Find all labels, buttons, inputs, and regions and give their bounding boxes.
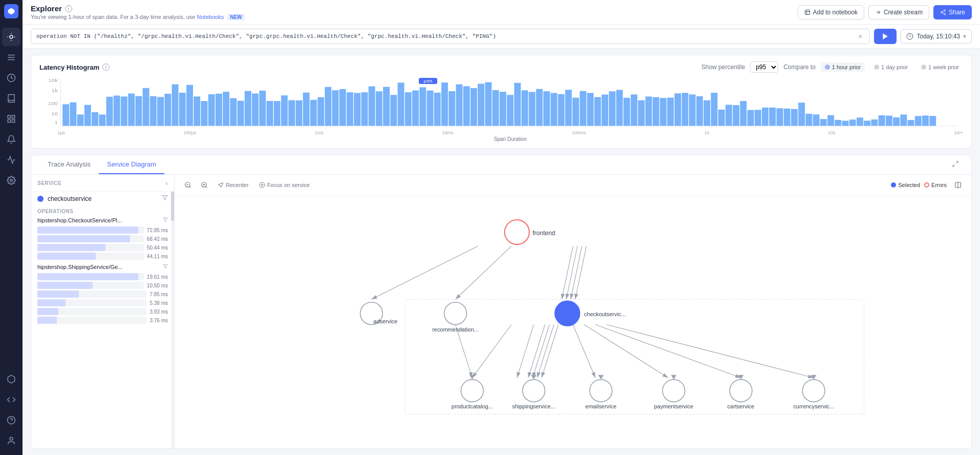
op2-bar-row-1: 19.61 ms [37,273,168,280]
sidebar-item-code[interactable] [2,390,20,409]
svg-rect-140 [864,121,870,126]
clock-icon [906,33,913,40]
expand-button[interactable] [948,156,963,173]
op1-bar-row-1: 72.85 ms [37,226,168,234]
query-clear-button[interactable]: × [856,32,864,40]
notebooks-link[interactable]: Notebooks [197,14,224,20]
split-view-button[interactable] [951,178,965,192]
recenter-button[interactable]: Recenter [214,180,253,190]
show-percentile-label: Show percentile [701,64,745,71]
focus-on-service-button[interactable]: Focus on service [255,180,314,190]
compare-1day-button[interactable]: 1 day prior [870,63,912,72]
svg-line-157 [189,187,191,188]
svg-rect-47 [186,85,193,126]
svg-text:recommendation...: recommendation... [432,326,478,333]
svg-rect-119 [711,93,717,126]
svg-rect-95 [536,89,543,126]
time-selector-chevron: ▾ [963,33,966,40]
svg-rect-131 [798,102,805,126]
sidebar-item-settings[interactable] [2,171,20,190]
op1-filter-button[interactable] [163,217,168,223]
compare-1hour-button[interactable]: 1 hour prior [821,63,865,72]
sidebar-item-book[interactable] [2,89,20,108]
sidebar-item-clock[interactable] [2,69,20,87]
svg-text:frontend: frontend [532,230,555,237]
operations-section: OPERATIONS hipstershop.CheckoutService/P… [31,205,174,324]
svg-line-182 [584,324,668,378]
errors-legend: Errors [924,182,947,188]
svg-rect-54 [238,101,244,126]
svg-rect-84 [456,85,462,126]
percentile-select[interactable]: p95 p99 p50 [750,61,778,73]
svg-rect-94 [529,92,536,126]
svg-rect-87 [478,84,484,126]
svg-rect-108 [631,94,637,126]
sidebar-item-home[interactable] [2,28,20,46]
new-badge: NEW [227,14,244,20]
op2-bars: 19.61 ms 10.50 ms 7.85 ms [37,273,168,324]
sidebar-item-user[interactable] [2,431,20,450]
frontend-node[interactable] [505,220,529,244]
collapse-panel-button[interactable]: ‹ [165,179,168,187]
svg-point-164 [261,184,263,186]
svg-rect-66 [325,87,331,126]
svg-line-160 [206,187,207,188]
currencyservice-node[interactable] [802,380,825,402]
emailservice-node[interactable] [590,380,612,402]
svg-line-183 [595,324,741,378]
svg-line-170 [562,246,573,299]
svg-rect-68 [339,89,346,126]
create-stream-button[interactable]: Create stream [868,5,929,19]
shippingservice-node[interactable] [523,380,545,402]
svg-rect-110 [645,96,652,126]
svg-rect-134 [820,119,827,126]
tab-service-diagram[interactable]: Service Diagram [99,155,164,174]
sidebar-item-bell[interactable] [2,130,20,149]
svg-line-185 [455,324,472,378]
svg-rect-90 [500,92,506,126]
tab-trace-analysis[interactable]: Trace Analysis [39,155,99,174]
time-selector[interactable]: Today, 15:10:43 ▾ [901,29,972,44]
sidebar-item-grid[interactable] [2,110,20,128]
add-to-notebook-button[interactable]: Add to notebook [798,5,864,19]
svg-rect-83 [449,91,455,126]
sidebar-item-package[interactable] [2,370,20,388]
svg-rect-41 [143,88,150,126]
query-input[interactable] [36,33,853,39]
checkoutservice-node[interactable] [555,301,580,326]
share-button[interactable]: Share [933,5,972,19]
compare-1hour-dot [825,65,830,70]
sidebar-item-menu[interactable] [2,48,20,67]
op2-filter-button[interactable] [163,264,168,270]
svg-rect-79 [419,87,426,126]
compare-1week-button[interactable]: 1 week prior [917,63,963,72]
x-axis-label: Span Duration [57,136,963,142]
svg-rect-127 [769,108,776,126]
svg-rect-122 [733,105,739,126]
op1-bar-row-4: 44.11 ms [37,253,168,260]
svg-text:100: 100 [48,101,58,106]
svg-rect-59 [274,101,281,126]
zoom-in-button[interactable] [197,178,211,192]
svg-marker-155 [163,264,167,268]
zoom-out-button[interactable] [181,178,195,192]
histogram-info-icon[interactable]: i [102,64,110,71]
paymentservice-node[interactable] [663,380,685,402]
main-content: Explorer i You're viewing 1-hour of span… [23,0,980,455]
title-info-icon[interactable]: i [65,5,72,12]
run-query-button[interactable] [874,29,897,44]
svg-rect-57 [259,91,266,126]
service-filter-button[interactable] [162,195,168,202]
productcatalog-node[interactable] [461,380,483,402]
share-icon [940,9,946,15]
svg-rect-138 [849,119,856,126]
svg-point-163 [260,182,265,188]
svg-rect-111 [653,97,659,126]
sidebar-item-help[interactable] [2,411,20,429]
recommendation-node[interactable] [444,302,467,325]
svg-rect-86 [471,88,477,126]
svg-marker-196 [470,375,475,380]
cartservice-node[interactable] [730,380,752,402]
sidebar-item-activity[interactable] [2,151,20,169]
svg-text:productcatalog...: productcatalog... [452,403,493,409]
